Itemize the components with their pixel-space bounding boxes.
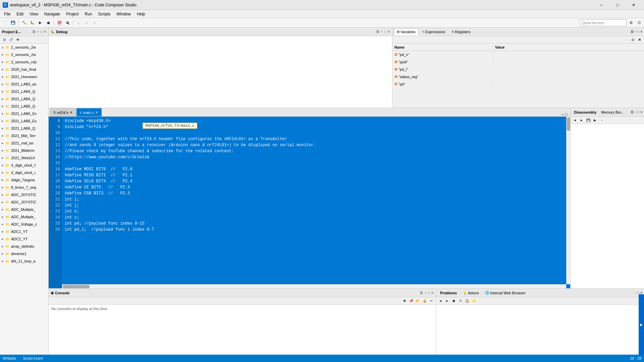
tab-memory-browser[interactable]: Memory Bro... <box>599 110 626 115</box>
mainc-close[interactable]: ✕ <box>95 111 98 114</box>
tree-item[interactable]: ► 📁 ADC_JOYSTIC <box>0 191 48 198</box>
right-panel-min[interactable]: ─ <box>634 110 637 114</box>
console-max[interactable]: □ <box>428 291 430 295</box>
collapse-all-btn[interactable]: ⊟ <box>1 37 7 43</box>
tree-item[interactable]: ► 📁 2_sensorlu_2w <box>0 51 48 58</box>
tree-item[interactable]: ► 📁 2021_LAB4_Q <box>0 95 48 103</box>
editor-vscroll[interactable] <box>566 117 570 284</box>
var-row[interactable]: ⊞ "status_reg" <box>392 73 644 80</box>
disasm-run-btn[interactable]: ▶ <box>592 117 598 123</box>
console-scroll-lock-btn[interactable]: 🔒 <box>422 298 428 304</box>
right-panel-close[interactable]: ✕ <box>640 110 643 114</box>
editor-max-btn[interactable]: □ <box>565 112 568 116</box>
quick-access-input[interactable]: Quick Access <box>580 19 627 26</box>
toolbar-connect[interactable]: 🔌 <box>64 19 71 26</box>
console-min[interactable]: ─ <box>424 291 426 295</box>
web-home-btn[interactable]: 🏠 <box>464 298 470 304</box>
tree-item[interactable]: ► 📁 ADC_Voltage_c <box>0 221 48 228</box>
debug-panel-close[interactable]: ✕ <box>387 30 390 34</box>
vscroll-thumb[interactable] <box>567 117 570 131</box>
problems-panel-min[interactable]: ─ <box>634 291 637 295</box>
tree-item[interactable]: ► 📁 2021_mid_ter <box>0 139 48 147</box>
toolbar-new[interactable]: 📄 <box>1 19 9 26</box>
toolbar-stepout[interactable]: ↑ <box>91 19 98 26</box>
new-proj-btn[interactable]: ✚ <box>15 37 21 43</box>
web-stop-btn[interactable]: ⏹ <box>451 298 457 304</box>
link-editor-btn[interactable]: 🔗 <box>8 37 14 43</box>
web-refresh-btn[interactable]: ↻ <box>458 298 464 304</box>
toolbar-debug[interactable]: 🐛 <box>29 19 36 26</box>
project-panel-min[interactable]: ─ <box>37 30 39 34</box>
menu-view[interactable]: View <box>27 10 41 18</box>
var-panel-close[interactable]: ✕ <box>640 30 643 34</box>
var-row[interactable]: ⊞ "pd_i" <box>392 66 644 73</box>
menu-scripts[interactable]: Scripts <box>96 10 113 18</box>
debug-panel-max[interactable]: □ <box>384 30 386 34</box>
tab-mainc[interactable]: c main.c ✕ <box>76 108 102 116</box>
tree-item[interactable]: ► 📁 ADC_Multiple_ <box>0 213 48 221</box>
tab-registers[interactable]: ≡ Registers <box>449 28 473 36</box>
tree-item[interactable]: ► 📁 ADC_JOYSTIC <box>0 198 48 206</box>
menu-run[interactable]: Run <box>82 10 95 18</box>
web-fav-btn[interactable]: ⭐ <box>471 298 477 304</box>
toolbar-open-perspective[interactable]: ⊞ <box>627 19 635 26</box>
tree-item[interactable]: ► 📁 2021_Week14 <box>0 154 48 162</box>
toolbar-save[interactable]: 💾 <box>9 19 17 26</box>
tree-item[interactable]: ► 📁 2021_Mid_Terr <box>0 132 48 139</box>
menu-project[interactable]: Project <box>63 10 81 18</box>
tree-item[interactable]: ► 📁 ADC_Multiple_ <box>0 206 48 213</box>
toolbar-stop[interactable]: ⏹ <box>45 19 52 26</box>
disasm-step-btn[interactable]: → <box>599 117 605 123</box>
tree-item[interactable]: ► 📁 8_times_7_seg <box>0 184 48 191</box>
tree-item[interactable]: ► 📁 2020_haz_final <box>0 66 48 73</box>
menu-help[interactable]: Help <box>134 10 148 18</box>
console-pin-btn[interactable]: 📌 <box>408 298 414 304</box>
tree-item[interactable]: ► 📁 dht_11_loop_a <box>0 257 48 265</box>
var-row[interactable]: ⊞ "pyld" <box>392 58 644 66</box>
code-editor[interactable]: 8 9 10 11 12 13 14 15 16 17 18 19 20 21 <box>49 117 570 288</box>
menu-file[interactable]: File <box>1 10 13 18</box>
tree-item[interactable]: ► 📁 ADC2_YT <box>0 235 48 243</box>
toolbar-stepover[interactable]: → <box>83 19 90 26</box>
var-row[interactable]: ⊞ "pd" <box>392 80 644 88</box>
tree-item[interactable]: ► 📁 4digit_7segme <box>0 176 48 184</box>
tree-item[interactable]: ► 📁 2021_Homewor <box>0 73 48 80</box>
editor-min-btn[interactable]: ─ <box>561 112 564 116</box>
tree-item[interactable]: ► 📁 2021_LAB5_Q <box>0 103 48 110</box>
toolbar-stepinto[interactable]: ↓ <box>75 19 82 26</box>
tree-item[interactable]: ► 📁 2021_LAB6_Ex <box>0 110 48 117</box>
var-panel-max[interactable]: □ <box>637 30 639 34</box>
toolbar-build[interactable]: 🔨 <box>20 19 28 26</box>
tab-web-browser[interactable]: 🌐 Internal Web Browser <box>482 290 528 296</box>
console-close[interactable]: ✕ <box>431 291 434 295</box>
menu-navigate[interactable]: Navigate <box>42 10 63 18</box>
console-word-wrap-btn[interactable]: ↵ <box>428 298 434 304</box>
tree-item[interactable]: ► 📁 2021_LAB6_Q <box>0 125 48 132</box>
tree-item[interactable]: ► 📁 2021_LAB4_Q <box>0 88 48 95</box>
tab-problems[interactable]: Problems <box>437 290 460 296</box>
project-panel-menu[interactable]: ☰ <box>33 30 35 34</box>
toolbar-target[interactable]: 🎯 <box>56 19 63 26</box>
right-panel-max[interactable]: □ <box>637 110 639 114</box>
var-panel-min[interactable]: ─ <box>634 30 637 34</box>
menu-window[interactable]: Window <box>114 10 133 18</box>
disasm-back-btn[interactable]: ◄ <box>572 117 578 123</box>
project-panel-max[interactable]: □ <box>40 30 42 34</box>
tree-item[interactable]: ► 📁 2_sensorlu_rob <box>0 58 48 66</box>
web-back-btn[interactable]: ◄ <box>437 298 443 304</box>
right-panel-menu[interactable]: ☰ <box>631 110 634 114</box>
tree-item[interactable]: ► 📁 4_digit_clock_f <box>0 162 48 169</box>
menu-edit[interactable]: Edit <box>14 10 26 18</box>
tree-item[interactable]: ▲ 📁 2_sensorlu_2w <box>0 44 48 51</box>
tree-item[interactable]: ► 📁 2021_Midterm <box>0 147 48 154</box>
remove-all-vars-btn[interactable]: ✖ <box>637 37 643 43</box>
hscroll-thumb[interactable] <box>63 285 90 288</box>
tree-item[interactable]: ► 📁 2021_LAB6_Ex <box>0 117 48 125</box>
close-button[interactable]: ✕ <box>626 0 641 10</box>
tab-nrf24h[interactable]: h nrf24.h ✕ <box>50 108 76 116</box>
code-content[interactable]: #include <msp430.h> #include "nrf24.h" /… <box>62 117 570 288</box>
maximize-button[interactable]: □ <box>610 0 625 10</box>
toolbar-perspective[interactable]: ⊡ <box>635 19 643 26</box>
var-row[interactable]: ⊞ "pd_x" <box>392 51 644 58</box>
tree-item[interactable]: ► 📁 array_definitio <box>0 243 48 250</box>
